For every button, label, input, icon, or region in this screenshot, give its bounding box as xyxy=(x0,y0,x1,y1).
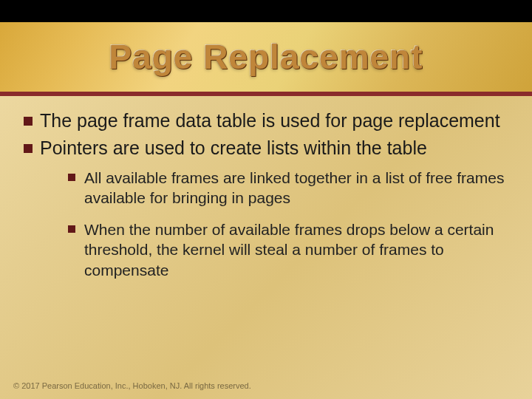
slide-title: Page Replacement xyxy=(109,37,423,77)
top-black-bar xyxy=(0,0,532,22)
bullet-sub-text: When the number of available frames drop… xyxy=(84,221,494,279)
bullet-sub: When the number of available frames drop… xyxy=(66,219,511,280)
bullet-main: Pointers are used to create lists within… xyxy=(21,137,511,280)
bullet-main-text: Pointers are used to create lists within… xyxy=(40,137,427,158)
slide-content: The page frame data table is used for pa… xyxy=(0,96,532,299)
bullet-sub-text: All available frames are linked together… xyxy=(84,169,504,206)
bullet-main-text: The page frame data table is used for pa… xyxy=(40,110,500,131)
copyright-footer: © 2017 Pearson Education, Inc., Hoboken,… xyxy=(13,381,251,390)
bullet-main: The page frame data table is used for pa… xyxy=(21,109,511,132)
bullet-sub: All available frames are linked together… xyxy=(66,168,511,208)
slide-header: Page Replacement xyxy=(0,22,532,96)
